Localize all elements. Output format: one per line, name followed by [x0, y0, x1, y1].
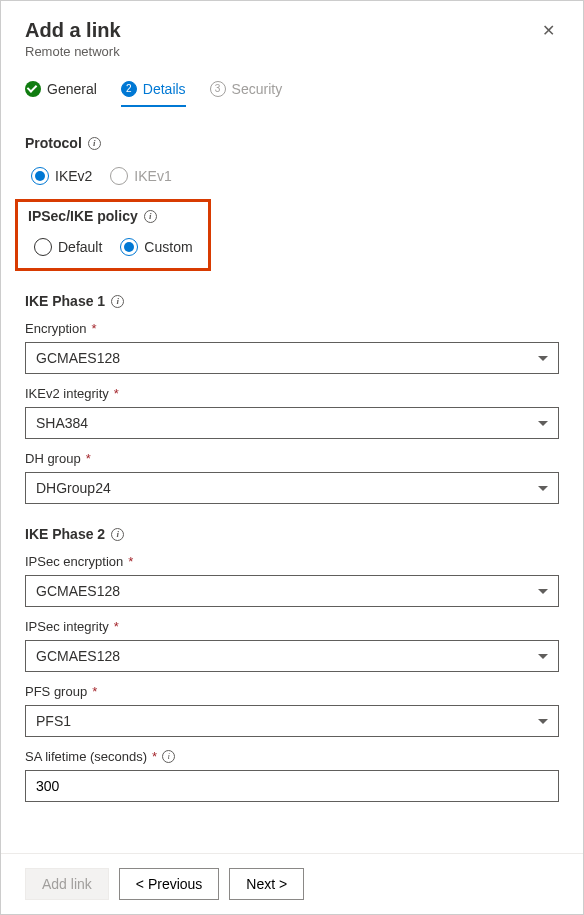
radio-ikev2[interactable]: IKEv2 — [31, 167, 92, 185]
tab-details[interactable]: 2 Details — [121, 81, 186, 107]
chevron-down-icon — [538, 654, 548, 659]
step-2-icon: 2 — [121, 81, 137, 97]
info-icon[interactable]: i — [111, 528, 124, 541]
tab-strip: General 2 Details 3 Security — [1, 67, 583, 107]
info-icon[interactable]: i — [88, 137, 101, 150]
pfs-group-label: PFS group* — [25, 684, 559, 699]
radio-default[interactable]: Default — [34, 238, 102, 256]
ipsec-policy-label: IPSec/IKE policy i — [28, 208, 198, 224]
tab-security[interactable]: 3 Security — [210, 81, 283, 107]
radio-icon — [31, 167, 49, 185]
sa-lifetime-input[interactable] — [25, 770, 559, 802]
chevron-down-icon — [538, 719, 548, 724]
encryption-label: Encryption* — [25, 321, 559, 336]
ipsec-policy-highlight: IPSec/IKE policy i Default Custom — [15, 199, 211, 271]
radio-icon — [120, 238, 138, 256]
tab-label: General — [47, 81, 97, 97]
ipsec-integrity-label: IPSec integrity* — [25, 619, 559, 634]
tab-label: Details — [143, 81, 186, 97]
close-button[interactable]: ✕ — [538, 19, 559, 43]
ipsec-integrity-select[interactable]: GCMAES128 — [25, 640, 559, 672]
protocol-label: Protocol i — [25, 135, 559, 151]
radio-ikev1: IKEv1 — [110, 167, 171, 185]
add-link-button: Add link — [25, 868, 109, 900]
sa-lifetime-label: SA lifetime (seconds)* i — [25, 749, 559, 764]
info-icon[interactable]: i — [111, 295, 124, 308]
protocol-radio-group: IKEv2 IKEv1 — [25, 163, 559, 199]
ikev2-integrity-label: IKEv2 integrity* — [25, 386, 559, 401]
ike-phase2-header: IKE Phase 2 i — [25, 526, 559, 542]
info-icon[interactable]: i — [162, 750, 175, 763]
panel-title: Add a link — [25, 19, 121, 42]
radio-custom[interactable]: Custom — [120, 238, 192, 256]
tab-label: Security — [232, 81, 283, 97]
panel-subtitle: Remote network — [25, 44, 121, 59]
check-circle-icon — [25, 81, 41, 97]
chevron-down-icon — [538, 356, 548, 361]
info-icon[interactable]: i — [144, 210, 157, 223]
dh-group-label: DH group* — [25, 451, 559, 466]
ike-phase1-header: IKE Phase 1 i — [25, 293, 559, 309]
chevron-down-icon — [538, 421, 548, 426]
chevron-down-icon — [538, 486, 548, 491]
pfs-group-select[interactable]: PFS1 — [25, 705, 559, 737]
radio-icon — [34, 238, 52, 256]
footer: Add link < Previous Next > — [1, 853, 583, 914]
previous-button[interactable]: < Previous — [119, 868, 220, 900]
ikev2-integrity-select[interactable]: SHA384 — [25, 407, 559, 439]
dh-group-select[interactable]: DHGroup24 — [25, 472, 559, 504]
policy-radio-group: Default Custom — [28, 234, 198, 262]
ipsec-encryption-label: IPSec encryption* — [25, 554, 559, 569]
encryption-select[interactable]: GCMAES128 — [25, 342, 559, 374]
close-icon: ✕ — [542, 22, 555, 39]
chevron-down-icon — [538, 589, 548, 594]
step-3-icon: 3 — [210, 81, 226, 97]
ipsec-encryption-select[interactable]: GCMAES128 — [25, 575, 559, 607]
next-button[interactable]: Next > — [229, 868, 304, 900]
tab-general[interactable]: General — [25, 81, 97, 107]
radio-icon — [110, 167, 128, 185]
